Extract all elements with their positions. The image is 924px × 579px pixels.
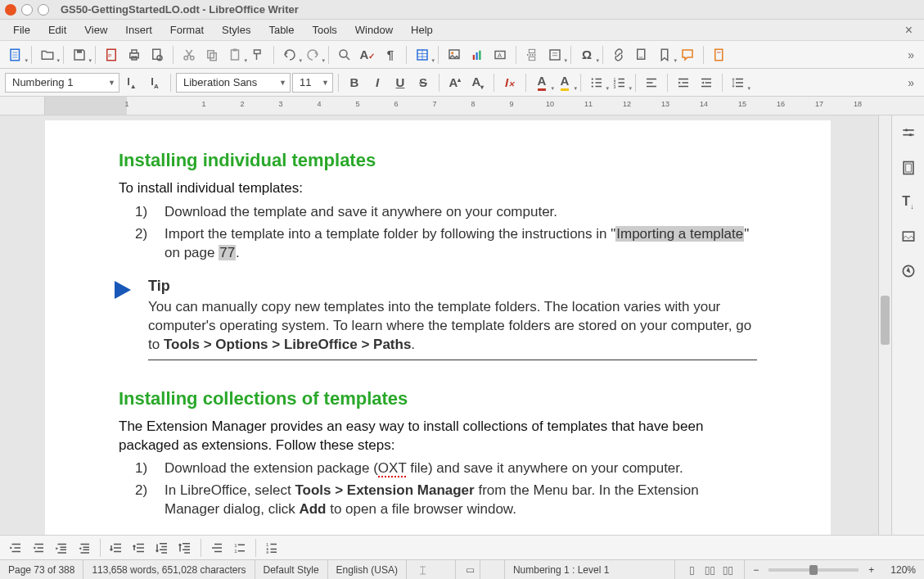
document-page[interactable]: Installing individual templates To insta… [45, 120, 831, 535]
zoom-slider-knob[interactable] [809, 565, 818, 575]
document-close-button[interactable]: × [899, 23, 919, 38]
status-page[interactable]: Page 73 of 388 [0, 560, 83, 579]
cross-reference-field[interactable]: Importing a template [615, 226, 744, 242]
paste-button[interactable] [224, 44, 246, 66]
demote-one-level-button[interactable] [5, 537, 26, 559]
insert-bookmark-button[interactable] [654, 44, 675, 66]
window-minimize-button[interactable] [21, 4, 33, 16]
insert-comment-button[interactable] [677, 44, 698, 66]
new-style-button[interactable]: IA [144, 72, 165, 93]
underline-button[interactable]: U [390, 72, 411, 93]
formatting-marks-button[interactable]: ¶ [380, 44, 401, 66]
horizontal-ruler[interactable]: 1123456789101112131415161718 [45, 97, 924, 115]
menu-file[interactable]: File [5, 21, 38, 38]
spellcheck-button[interactable]: A✓ [357, 44, 378, 66]
insert-footnote-button[interactable] [631, 44, 652, 66]
zoom-control[interactable]: − + [744, 560, 882, 579]
toolbar-overflow-button[interactable]: » [903, 48, 919, 61]
zoom-slider[interactable] [768, 568, 859, 572]
bold-button[interactable]: B [344, 72, 365, 93]
insert-text-box-button[interactable]: A [489, 44, 511, 66]
menu-help[interactable]: Help [403, 21, 441, 38]
clear-formatting-button[interactable]: I✕ [499, 72, 521, 93]
vertical-scrollbar[interactable] [878, 115, 891, 535]
document-scroll-area[interactable]: Installing individual templates To insta… [0, 115, 878, 535]
bullet-list-button[interactable] [586, 72, 607, 93]
menu-tools[interactable]: Tools [304, 21, 345, 38]
sidebar-gallery-icon[interactable] [897, 225, 920, 248]
track-changes-button[interactable] [709, 44, 730, 66]
font-size-combo[interactable]: 11▼ [292, 73, 333, 93]
export-pdf-button[interactable]: P [101, 44, 122, 66]
zoom-out-button[interactable]: − [750, 564, 762, 576]
move-down-with-sub-button[interactable] [151, 537, 173, 559]
demote-with-sub-button[interactable] [51, 537, 72, 559]
restart-numbering-button[interactable]: 11 [229, 537, 250, 559]
decrease-indent-button[interactable] [696, 72, 717, 93]
single-page-view-icon[interactable]: ▯ [685, 563, 698, 577]
promote-one-level-button[interactable] [28, 537, 49, 559]
menu-window[interactable]: Window [347, 21, 401, 38]
redo-button[interactable] [302, 44, 323, 66]
undo-button[interactable] [279, 44, 300, 66]
menu-view[interactable]: View [76, 21, 115, 38]
font-name-combo[interactable]: Liberation Sans▼ [176, 73, 291, 93]
status-selection-mode[interactable]: ▭ [456, 560, 480, 579]
multi-page-view-icon[interactable]: ▯▯ [703, 563, 716, 577]
insert-hyperlink-button[interactable] [608, 44, 629, 66]
find-replace-button[interactable] [334, 44, 355, 66]
copy-button[interactable] [201, 44, 223, 66]
status-view-layout[interactable]: ▯ ▯▯ ▯▯ [675, 560, 744, 579]
status-language[interactable]: English (USA) [328, 560, 407, 579]
insert-field-button[interactable] [544, 44, 566, 66]
print-preview-button[interactable] [146, 44, 168, 66]
line-spacing-button[interactable] [728, 72, 749, 93]
insert-chart-button[interactable] [467, 44, 488, 66]
update-style-button[interactable]: I▲ [121, 72, 142, 93]
formatting-toolbar-overflow[interactable]: » [903, 76, 919, 89]
page-reference-field[interactable]: 77 [219, 245, 236, 260]
font-color-button[interactable]: A [531, 72, 552, 93]
window-close-button[interactable] [5, 4, 16, 16]
open-button[interactable] [37, 44, 58, 66]
window-maximize-button[interactable] [38, 4, 49, 16]
print-button[interactable] [124, 44, 145, 66]
superscript-button[interactable]: A▴ [444, 72, 466, 93]
insert-page-break-button[interactable] [521, 44, 543, 66]
menu-styles[interactable]: Styles [214, 21, 259, 38]
insert-special-char-button[interactable]: Ω [576, 44, 597, 66]
insert-image-button[interactable] [444, 44, 465, 66]
status-word-count[interactable]: 113,658 words, 651,028 characters [83, 560, 255, 579]
strikethrough-button[interactable]: S [412, 72, 434, 93]
zoom-in-button[interactable]: + [865, 564, 877, 576]
sidebar-navigator-icon[interactable] [897, 260, 920, 283]
move-down-button[interactable] [106, 537, 127, 559]
new-document-button[interactable] [5, 44, 26, 66]
increase-indent-button[interactable] [673, 72, 694, 93]
menu-edit[interactable]: Edit [40, 21, 74, 38]
paragraph-style-combo[interactable]: Numbering 1▼ [5, 73, 119, 93]
status-page-style[interactable]: Default Style [255, 560, 328, 579]
scrollbar-thumb[interactable] [881, 296, 890, 345]
move-up-button[interactable] [128, 537, 150, 559]
menu-table[interactable]: Table [260, 21, 302, 38]
subscript-button[interactable]: A▾ [467, 72, 489, 93]
sidebar-styles-icon[interactable]: T↓ [897, 191, 920, 214]
align-left-button[interactable] [641, 72, 662, 93]
clone-formatting-button[interactable] [247, 44, 268, 66]
cut-button[interactable] [178, 44, 200, 66]
save-button[interactable] [69, 44, 90, 66]
insert-table-button[interactable] [412, 44, 433, 66]
sidebar-page-icon[interactable] [897, 156, 920, 179]
move-up-with-sub-button[interactable] [174, 537, 196, 559]
status-insert-mode[interactable]: ⌶ [407, 560, 456, 579]
italic-button[interactable]: I [367, 72, 388, 93]
menu-insert[interactable]: Insert [117, 21, 160, 38]
menu-format[interactable]: Format [162, 21, 212, 38]
no-number-button[interactable] [206, 537, 228, 559]
book-view-icon[interactable]: ▯▯ [721, 563, 734, 577]
numbered-list-button[interactable]: 123 [609, 72, 630, 93]
sidebar-properties-icon[interactable] [897, 122, 920, 145]
bullets-numbering-dialog-button[interactable]: 1a [261, 537, 282, 559]
status-signature[interactable] [480, 560, 505, 579]
